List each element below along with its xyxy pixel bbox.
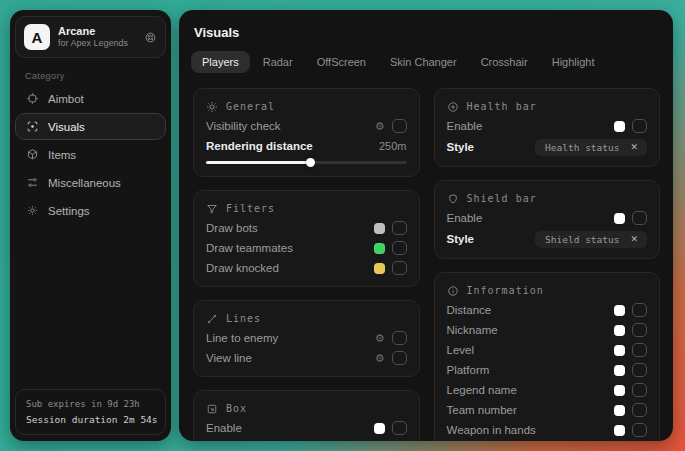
target-icon[interactable] — [144, 31, 157, 44]
sidebar-item-label: Visuals — [48, 121, 85, 133]
sidebar-item-aimbot[interactable]: Aimbot — [15, 85, 166, 112]
box-enable-checkbox[interactable] — [392, 421, 407, 435]
clear-icon[interactable]: ✕ — [628, 142, 640, 152]
main-panel: Visuals Players Radar OffScreen Skin Cha… — [179, 10, 673, 441]
row-settings-gear-icon[interactable]: ⚙ — [375, 333, 385, 344]
row-view-line: View line ⚙ — [206, 348, 407, 368]
app-subtitle: for Apex Legends — [58, 38, 136, 49]
row-health-style: Style Health status ✕ — [447, 136, 648, 158]
tab-bar: Players Radar OffScreen Skin Changer Cro… — [191, 51, 673, 73]
line-to-enemy-checkbox[interactable] — [392, 331, 407, 345]
sidebar-item-label: Miscellaneous — [48, 177, 121, 189]
funnel-icon — [206, 203, 218, 215]
health-enable-checkbox[interactable] — [632, 119, 647, 133]
row-line-to-enemy: Line to enemy ⚙ — [206, 328, 407, 348]
row-draw-bots: Draw bots — [206, 218, 407, 238]
session-duration-text: Session duration 2m 54s — [26, 413, 155, 426]
distance-color-swatch[interactable] — [614, 305, 625, 316]
row-distance: Distance — [447, 300, 648, 320]
weapon-in-hands-color-swatch[interactable] — [614, 425, 625, 436]
shield-style-select[interactable]: Shield status ✕ — [535, 231, 647, 248]
row-rendering-distance: Rendering distance 250m — [206, 136, 407, 156]
sidebar-item-label: Items — [48, 149, 76, 161]
health-style-select[interactable]: Health status ✕ — [535, 139, 647, 156]
rendering-distance-value: 250m — [379, 140, 407, 152]
shield-enable-color-swatch[interactable] — [614, 213, 625, 224]
view-line-checkbox[interactable] — [392, 351, 407, 365]
clear-icon[interactable]: ✕ — [628, 234, 640, 244]
row-draw-teammates: Draw teammates — [206, 238, 407, 258]
health-enable-color-swatch[interactable] — [614, 121, 625, 132]
row-level: Level — [447, 340, 648, 360]
sections-scroll-area[interactable]: General Visibility check ⚙ Rendering dis… — [193, 88, 660, 441]
platform-checkbox[interactable] — [632, 363, 647, 377]
rendering-distance-slider[interactable] — [206, 157, 407, 168]
sliders-icon — [25, 176, 39, 189]
row-settings-gear-icon[interactable]: ⚙ — [375, 121, 385, 132]
level-color-swatch[interactable] — [614, 345, 625, 356]
sidebar-item-label: Aimbot — [48, 93, 84, 105]
tab-crosshair[interactable]: Crosshair — [470, 51, 539, 73]
sub-expiry-text: Sub expires in 9d 23h — [26, 397, 155, 412]
nickname-checkbox[interactable] — [632, 323, 647, 337]
section-box: Box Enable Enable background — [193, 390, 420, 441]
slider-thumb[interactable] — [306, 158, 315, 167]
row-platform: Platform — [447, 360, 648, 380]
platform-color-swatch[interactable] — [614, 365, 625, 376]
section-information: Information Distance Nickname — [434, 272, 661, 441]
row-shield-enable: Enable — [447, 208, 648, 228]
draw-teammates-checkbox[interactable] — [392, 241, 407, 255]
row-health-enable: Enable — [447, 116, 648, 136]
weapon-in-hands-checkbox[interactable] — [632, 423, 647, 437]
tab-highlight[interactable]: Highlight — [541, 51, 606, 73]
team-number-color-swatch[interactable] — [614, 405, 625, 416]
tab-offscreen[interactable]: OffScreen — [306, 51, 377, 73]
row-shield-style: Style Shield status ✕ — [447, 228, 648, 250]
section-lines: Lines Line to enemy ⚙ View line ⚙ — [193, 300, 420, 377]
sidebar-nav: Aimbot Visuals Items — [10, 85, 171, 224]
legend-name-checkbox[interactable] — [632, 383, 647, 397]
app-logo-card: A Arcane for Apex Legends — [15, 16, 166, 58]
legend-name-color-swatch[interactable] — [614, 385, 625, 396]
cube-icon — [25, 148, 39, 161]
section-health-bar: Health bar Enable Style Health status ✕ — [434, 88, 661, 167]
nickname-color-swatch[interactable] — [614, 325, 625, 336]
section-title: Health bar — [467, 101, 537, 112]
sidebar-item-miscellaneous[interactable]: Miscellaneous — [15, 169, 166, 196]
visibility-check-checkbox[interactable] — [392, 119, 407, 133]
health-icon — [447, 101, 459, 113]
draw-knocked-color-swatch[interactable] — [374, 263, 385, 274]
row-nickname: Nickname — [447, 320, 648, 340]
sidebar-item-items[interactable]: Items — [15, 141, 166, 168]
draw-knocked-checkbox[interactable] — [392, 261, 407, 275]
section-shield-bar: Shield bar Enable Style Shield status ✕ — [434, 180, 661, 259]
level-checkbox[interactable] — [632, 343, 647, 357]
app-logo: A — [24, 24, 50, 50]
sidebar-item-visuals[interactable]: Visuals — [15, 113, 166, 140]
crosshair-icon — [25, 92, 39, 105]
category-label: Category — [25, 71, 171, 81]
draw-bots-checkbox[interactable] — [392, 221, 407, 235]
section-title: Information — [467, 285, 544, 296]
sidebar-item-settings[interactable]: Settings — [15, 197, 166, 224]
distance-checkbox[interactable] — [632, 303, 647, 317]
app-title: Arcane — [58, 25, 136, 39]
section-title: Filters — [226, 203, 275, 214]
row-weapon-in-hands: Weapon in hands — [447, 420, 648, 440]
tab-radar[interactable]: Radar — [252, 51, 304, 73]
line-icon — [206, 313, 218, 325]
row-box-enable: Enable — [206, 418, 407, 438]
section-title: Box — [226, 403, 247, 414]
section-filters: Filters Draw bots Draw teammates — [193, 190, 420, 287]
draw-teammates-color-swatch[interactable] — [374, 243, 385, 254]
row-legend-name: Legend name — [447, 380, 648, 400]
tab-skin-changer[interactable]: Skin Changer — [379, 51, 468, 73]
tab-players[interactable]: Players — [191, 51, 250, 73]
subscription-info-card: Sub expires in 9d 23h Session duration 2… — [15, 389, 166, 435]
box-enable-color-swatch[interactable] — [374, 423, 385, 434]
team-number-checkbox[interactable] — [632, 403, 647, 417]
shield-enable-checkbox[interactable] — [632, 211, 647, 225]
gear-icon — [25, 204, 39, 217]
draw-bots-color-swatch[interactable] — [374, 223, 385, 234]
row-settings-gear-icon[interactable]: ⚙ — [375, 353, 385, 364]
